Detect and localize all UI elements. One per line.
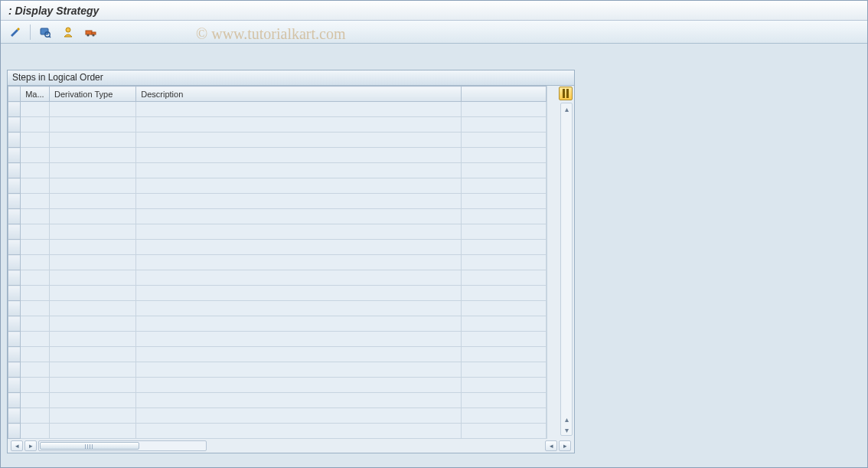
cell-derivation[interactable] — [50, 316, 136, 332]
cell-derivation[interactable] — [50, 117, 136, 133]
table-row[interactable] — [8, 117, 547, 133]
scroll-up-icon[interactable]: ▴ — [561, 103, 572, 114]
cell-derivation[interactable] — [50, 148, 136, 163]
row-selector[interactable] — [8, 408, 21, 424]
cell-derivation[interactable] — [50, 347, 136, 362]
cell-description[interactable] — [136, 255, 462, 270]
cell-description[interactable] — [136, 270, 462, 286]
cell-ma[interactable] — [21, 408, 50, 424]
cell-derivation[interactable] — [50, 301, 136, 316]
column-header-ma[interactable]: Ma... — [21, 87, 50, 102]
row-selector-header[interactable] — [8, 87, 21, 102]
vertical-scrollbar[interactable]: ▴ ▴ ▾ — [560, 103, 573, 436]
cell-description[interactable] — [136, 224, 462, 240]
hscroll-first-icon[interactable]: ◂ — [11, 440, 23, 451]
hscroll-track[interactable] — [38, 440, 207, 451]
table-row[interactable] — [8, 194, 547, 209]
row-selector[interactable] — [8, 332, 21, 347]
row-selector[interactable] — [8, 270, 21, 286]
cell-derivation[interactable] — [50, 408, 136, 424]
cell-description[interactable] — [136, 117, 462, 133]
table-settings-icon[interactable] — [559, 87, 573, 100]
cell-ma[interactable] — [21, 224, 50, 240]
row-selector[interactable] — [8, 286, 21, 301]
cell-description[interactable] — [136, 332, 462, 347]
table-row[interactable] — [8, 209, 547, 224]
cell-description[interactable] — [136, 178, 462, 194]
row-selector[interactable] — [8, 178, 21, 194]
row-selector[interactable] — [8, 316, 21, 332]
cell-description[interactable] — [136, 209, 462, 224]
scroll-down2-icon[interactable]: ▾ — [561, 424, 572, 435]
cell-derivation[interactable] — [50, 102, 136, 117]
row-selector[interactable] — [8, 424, 21, 439]
cell-description[interactable] — [136, 316, 462, 332]
cell-derivation[interactable] — [50, 362, 136, 378]
hscroll-thumb[interactable] — [40, 442, 139, 450]
row-selector[interactable] — [8, 301, 21, 316]
cell-ma[interactable] — [21, 178, 50, 194]
cell-ma[interactable] — [21, 194, 50, 209]
row-selector[interactable] — [8, 133, 21, 148]
cell-ma[interactable] — [21, 362, 50, 378]
cell-derivation[interactable] — [50, 270, 136, 286]
row-selector[interactable] — [8, 102, 21, 117]
cell-ma[interactable] — [21, 393, 50, 408]
cell-ma[interactable] — [21, 163, 50, 178]
cell-ma[interactable] — [21, 316, 50, 332]
row-selector[interactable] — [8, 255, 21, 270]
transport-icon[interactable] — [83, 24, 100, 41]
cell-ma[interactable] — [21, 255, 50, 270]
cell-description[interactable] — [136, 194, 462, 209]
cell-derivation[interactable] — [50, 240, 136, 255]
hscroll-left-icon[interactable]: ▸ — [24, 440, 37, 451]
cell-ma[interactable] — [21, 378, 50, 393]
row-selector[interactable] — [8, 194, 21, 209]
cell-description[interactable] — [136, 148, 462, 163]
cell-ma[interactable] — [21, 117, 50, 133]
cell-ma[interactable] — [21, 240, 50, 255]
cell-description[interactable] — [136, 347, 462, 362]
table-row[interactable] — [8, 270, 547, 286]
table-row[interactable] — [8, 424, 547, 439]
table-row[interactable] — [8, 133, 547, 148]
table-row[interactable] — [8, 316, 547, 332]
cell-description[interactable] — [136, 393, 462, 408]
hscroll-right-icon[interactable]: ◂ — [545, 440, 557, 451]
cell-ma[interactable] — [21, 148, 50, 163]
table-row[interactable] — [8, 224, 547, 240]
table-row[interactable] — [8, 378, 547, 393]
cell-derivation[interactable] — [50, 209, 136, 224]
cell-derivation[interactable] — [50, 178, 136, 194]
cell-description[interactable] — [136, 408, 462, 424]
cell-ma[interactable] — [21, 424, 50, 439]
cell-ma[interactable] — [21, 347, 50, 362]
cell-description[interactable] — [136, 378, 462, 393]
cell-derivation[interactable] — [50, 424, 136, 439]
cell-ma[interactable] — [21, 209, 50, 224]
table-row[interactable] — [8, 332, 547, 347]
column-header-description[interactable]: Description — [136, 87, 462, 102]
cell-derivation[interactable] — [50, 224, 136, 240]
cell-derivation[interactable] — [50, 163, 136, 178]
table-row[interactable] — [8, 393, 547, 408]
cell-description[interactable] — [136, 424, 462, 439]
cell-description[interactable] — [136, 240, 462, 255]
table-row[interactable] — [8, 408, 547, 424]
row-selector[interactable] — [8, 117, 21, 133]
table-row[interactable] — [8, 347, 547, 362]
cell-ma[interactable] — [21, 102, 50, 117]
row-selector[interactable] — [8, 362, 21, 378]
cell-derivation[interactable] — [50, 133, 136, 148]
cell-derivation[interactable] — [50, 393, 136, 408]
cell-ma[interactable] — [21, 286, 50, 301]
cell-description[interactable] — [136, 286, 462, 301]
cell-derivation[interactable] — [50, 378, 136, 393]
table-row[interactable] — [8, 286, 547, 301]
row-selector[interactable] — [8, 224, 21, 240]
cell-description[interactable] — [136, 301, 462, 316]
row-selector[interactable] — [8, 148, 21, 163]
row-selector[interactable] — [8, 378, 21, 393]
row-selector[interactable] — [8, 347, 21, 362]
cell-ma[interactable] — [21, 332, 50, 347]
